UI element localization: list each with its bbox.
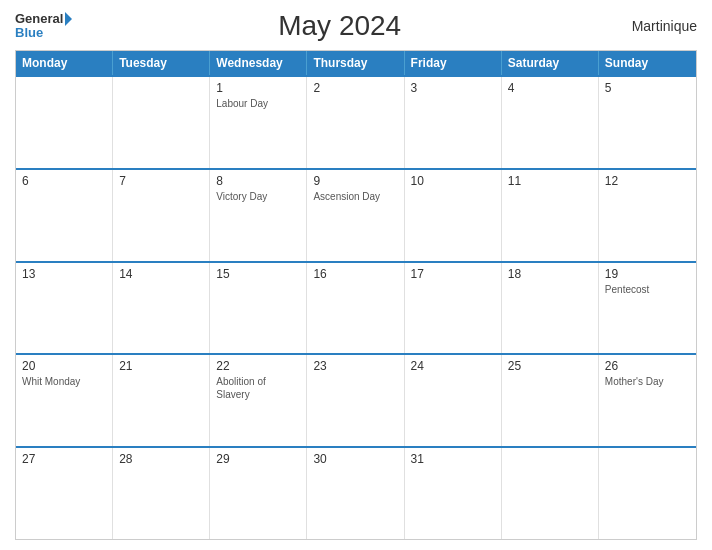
- day-number: 13: [22, 267, 106, 281]
- calendar-cell: 24: [405, 355, 502, 446]
- calendar: MondayTuesdayWednesdayThursdayFridaySatu…: [15, 50, 697, 540]
- logo-general: General: [15, 12, 63, 26]
- day-number: 17: [411, 267, 495, 281]
- weekday-header: Wednesday: [210, 51, 307, 75]
- day-number: 1: [216, 81, 300, 95]
- day-event: Pentecost: [605, 283, 690, 296]
- calendar-cell: 13: [16, 263, 113, 354]
- day-event: Ascension Day: [313, 190, 397, 203]
- weekday-header: Saturday: [502, 51, 599, 75]
- day-number: 10: [411, 174, 495, 188]
- day-number: 4: [508, 81, 592, 95]
- calendar-cell: 4: [502, 77, 599, 168]
- day-number: 20: [22, 359, 106, 373]
- day-number: 14: [119, 267, 203, 281]
- day-number: 5: [605, 81, 690, 95]
- calendar-cell: 21: [113, 355, 210, 446]
- calendar-cell: 20Whit Monday: [16, 355, 113, 446]
- day-number: 9: [313, 174, 397, 188]
- day-number: 29: [216, 452, 300, 466]
- weekday-header: Monday: [16, 51, 113, 75]
- day-number: 12: [605, 174, 690, 188]
- calendar-cell: 29: [210, 448, 307, 539]
- day-number: 8: [216, 174, 300, 188]
- day-number: 19: [605, 267, 690, 281]
- calendar-cell: 12: [599, 170, 696, 261]
- page-title: May 2024: [72, 10, 607, 42]
- day-number: 25: [508, 359, 592, 373]
- calendar-page: General Blue May 2024 Martinique MondayT…: [0, 0, 712, 550]
- calendar-cell: 30: [307, 448, 404, 539]
- day-event: Abolition of Slavery: [216, 375, 300, 401]
- calendar-week: 1Labour Day2345: [16, 75, 696, 168]
- day-number: 30: [313, 452, 397, 466]
- calendar-cell: 17: [405, 263, 502, 354]
- calendar-cell: 25: [502, 355, 599, 446]
- calendar-cell: 27: [16, 448, 113, 539]
- calendar-cell: 11: [502, 170, 599, 261]
- calendar-cell: 28: [113, 448, 210, 539]
- calendar-cell: 10: [405, 170, 502, 261]
- calendar-week: 20Whit Monday2122Abolition of Slavery232…: [16, 353, 696, 446]
- day-number: 28: [119, 452, 203, 466]
- day-number: 7: [119, 174, 203, 188]
- calendar-cell: 18: [502, 263, 599, 354]
- calendar-cell: [113, 77, 210, 168]
- calendar-cell: [599, 448, 696, 539]
- calendar-cell: [502, 448, 599, 539]
- weekday-header: Thursday: [307, 51, 404, 75]
- calendar-cell: 6: [16, 170, 113, 261]
- calendar-cell: 3: [405, 77, 502, 168]
- calendar-cell: 16: [307, 263, 404, 354]
- logo-blue: Blue: [15, 26, 72, 40]
- calendar-cell: 2: [307, 77, 404, 168]
- logo-triangle-icon: [65, 12, 72, 26]
- day-number: 27: [22, 452, 106, 466]
- calendar-cell: 5: [599, 77, 696, 168]
- calendar-week: 2728293031: [16, 446, 696, 539]
- day-number: 16: [313, 267, 397, 281]
- day-number: 3: [411, 81, 495, 95]
- calendar-body: 1Labour Day2345678Victory Day9Ascension …: [16, 75, 696, 539]
- day-number: 2: [313, 81, 397, 95]
- day-event: Whit Monday: [22, 375, 106, 388]
- calendar-cell: 26Mother's Day: [599, 355, 696, 446]
- day-number: 23: [313, 359, 397, 373]
- calendar-cell: 19Pentecost: [599, 263, 696, 354]
- day-event: Mother's Day: [605, 375, 690, 388]
- calendar-cell: 15: [210, 263, 307, 354]
- day-event: Labour Day: [216, 97, 300, 110]
- day-number: 24: [411, 359, 495, 373]
- weekday-header: Friday: [405, 51, 502, 75]
- calendar-cell: [16, 77, 113, 168]
- logo-block: General Blue: [15, 12, 72, 41]
- weekday-header: Sunday: [599, 51, 696, 75]
- calendar-cell: 23: [307, 355, 404, 446]
- region-label: Martinique: [607, 18, 697, 34]
- calendar-cell: 9Ascension Day: [307, 170, 404, 261]
- day-event: Victory Day: [216, 190, 300, 203]
- calendar-week: 678Victory Day9Ascension Day101112: [16, 168, 696, 261]
- day-number: 11: [508, 174, 592, 188]
- calendar-cell: 1Labour Day: [210, 77, 307, 168]
- calendar-cell: 14: [113, 263, 210, 354]
- calendar-week: 13141516171819Pentecost: [16, 261, 696, 354]
- day-number: 21: [119, 359, 203, 373]
- logo: General Blue: [15, 12, 72, 41]
- day-number: 18: [508, 267, 592, 281]
- calendar-cell: 8Victory Day: [210, 170, 307, 261]
- weekday-header: Tuesday: [113, 51, 210, 75]
- day-number: 31: [411, 452, 495, 466]
- day-number: 26: [605, 359, 690, 373]
- header: General Blue May 2024 Martinique: [15, 10, 697, 42]
- day-number: 22: [216, 359, 300, 373]
- calendar-header: MondayTuesdayWednesdayThursdayFridaySatu…: [16, 51, 696, 75]
- calendar-cell: 7: [113, 170, 210, 261]
- calendar-cell: 31: [405, 448, 502, 539]
- calendar-cell: 22Abolition of Slavery: [210, 355, 307, 446]
- day-number: 15: [216, 267, 300, 281]
- day-number: 6: [22, 174, 106, 188]
